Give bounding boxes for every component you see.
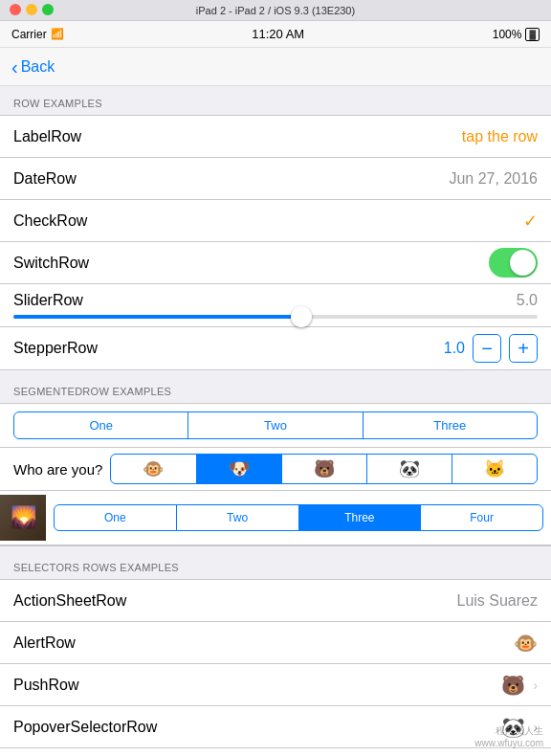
time-label: 11:20 AM	[252, 27, 304, 41]
seg4-item-three[interactable]: Three	[299, 505, 422, 530]
minimize-button[interactable]	[26, 4, 37, 15]
stepper-row-label: StepperRow	[13, 340, 98, 357]
seg4-item-two[interactable]: Two	[177, 505, 299, 530]
slider-row-label: SliderRow	[13, 292, 83, 309]
image-row[interactable]: ImageRow	[0, 748, 551, 756]
slider-top: SliderRow 5.0	[13, 292, 538, 309]
who-label: Who are you?	[13, 461, 102, 478]
stepper-decrement-button[interactable]: −	[473, 334, 501, 363]
segmented-row-1: One Two Three	[0, 404, 551, 448]
back-label: Back	[21, 58, 55, 76]
emoji-item-1[interactable]: 🐶	[197, 455, 282, 483]
slider-row[interactable]: SliderRow 5.0	[0, 284, 551, 327]
back-chevron-icon: ‹	[11, 57, 18, 77]
label-row-label: LabelRow	[13, 128, 81, 145]
carrier-label: Carrier	[11, 28, 47, 41]
selectors-examples-table: ActionSheetRow Luis Suarez AlertRow 🐵 Pu…	[0, 579, 551, 756]
seg1-item-three[interactable]: Three	[364, 412, 537, 438]
push-row[interactable]: PushRow 🐻 ›	[0, 664, 551, 706]
switch-thumb	[510, 250, 536, 276]
battery-label: 100%	[493, 28, 522, 41]
window-title: iPad 2 - iPad 2 / iOS 9.3 (13E230)	[196, 5, 355, 16]
check-row-checkmark: ✓	[523, 211, 538, 232]
stepper-control: 1.0 − +	[436, 334, 538, 363]
status-right: 100% ▓	[493, 28, 540, 41]
switch-control[interactable]	[489, 248, 538, 278]
maximize-button[interactable]	[42, 4, 54, 15]
status-bar: Carrier 📶 11:20 AM 100% ▓	[0, 21, 551, 48]
check-row[interactable]: CheckRow ✓	[0, 200, 551, 242]
close-button[interactable]	[10, 4, 21, 15]
check-row-label: CheckRow	[13, 212, 87, 230]
date-row-label: DateRow	[13, 170, 77, 188]
segmented-control-1: One Two Three	[13, 411, 538, 439]
action-sheet-row-label: ActionSheetRow	[13, 592, 126, 610]
emoji-segmented-control: 🐵 🐶 🐻 🐼 🐱	[110, 454, 538, 484]
window-controls	[10, 4, 54, 15]
push-row-chevron-icon: ›	[533, 678, 538, 693]
label-row[interactable]: LabelRow tap the row	[0, 116, 551, 158]
row-examples-table: LabelRow tap the row DateRow Jun 27, 201…	[0, 115, 551, 370]
push-row-value: 🐻	[501, 674, 525, 697]
image-seg-row: 🌄 One Two Three Four	[0, 491, 551, 545]
who-are-you-row: Who are you? 🐵 🐶 🐻 🐼 🐱	[0, 448, 551, 491]
watermark: 程序员人生 www.wfuyu.com	[474, 724, 543, 748]
alert-row-value: 🐵	[514, 632, 538, 655]
wifi-icon: 📶	[51, 28, 64, 40]
nav-bar: ‹ Back	[0, 48, 551, 86]
segmented-examples-header: SEGMENTEDROW EXAMPLES	[0, 374, 551, 403]
action-sheet-row[interactable]: ActionSheetRow Luis Suarez	[0, 580, 551, 622]
title-bar: iPad 2 - iPad 2 / iOS 9.3 (13E230)	[0, 0, 551, 21]
date-row-value: Jun 27, 2016	[449, 170, 538, 188]
switch-row-label: SwitchRow	[13, 255, 89, 272]
row-image: 🌄	[0, 495, 46, 541]
slider-row-value: 5.0	[517, 292, 538, 309]
stepper-value: 1.0	[436, 340, 465, 357]
slider-fill	[13, 315, 301, 319]
emoji-item-4[interactable]: 🐱	[452, 455, 537, 483]
row-examples-header: ROW EXAMPLES	[0, 86, 551, 115]
push-row-right: 🐻 ›	[501, 674, 538, 697]
emoji-item-3[interactable]: 🐼	[367, 455, 452, 483]
alert-row-label: AlertRow	[13, 634, 76, 652]
image-seg-inner: One Two Three Four	[46, 500, 551, 535]
alert-row[interactable]: AlertRow 🐵	[0, 622, 551, 664]
date-row[interactable]: DateRow Jun 27, 2016	[0, 158, 551, 200]
switch-row[interactable]: SwitchRow	[0, 242, 551, 284]
slider-track[interactable]	[13, 315, 538, 319]
seg4-item-four[interactable]: Four	[421, 505, 542, 530]
selectors-examples-header: SELECTORS ROWS EXAMPLES	[0, 550, 551, 579]
seg1-item-one[interactable]: One	[14, 412, 188, 438]
segmented-control-4: One Two Three Four	[54, 504, 543, 531]
segmented-examples-table: One Two Three Who are you? 🐵 🐶 🐻 🐼 🐱 🌄 O…	[0, 403, 551, 546]
push-row-label: PushRow	[13, 677, 78, 694]
seg1-item-two[interactable]: Two	[188, 412, 363, 438]
slider-thumb[interactable]	[291, 306, 312, 327]
watermark-line2: www.wfuyu.com	[474, 738, 543, 748]
stepper-row[interactable]: StepperRow 1.0 − +	[0, 327, 551, 369]
popover-row-label: PopoverSelectorRow	[13, 719, 157, 736]
status-left: Carrier 📶	[11, 28, 64, 41]
back-button[interactable]: ‹ Back	[11, 57, 55, 77]
emoji-item-0[interactable]: 🐵	[111, 455, 196, 483]
watermark-line1: 程序员人生	[474, 724, 543, 738]
action-sheet-row-value: Luis Suarez	[457, 592, 539, 610]
label-row-value: tap the row	[462, 128, 538, 145]
seg4-item-one[interactable]: One	[55, 505, 177, 530]
stepper-increment-button[interactable]: +	[509, 334, 538, 363]
emoji-item-2[interactable]: 🐻	[282, 455, 367, 483]
popover-selector-row[interactable]: PopoverSelectorRow 🐼 ›	[0, 706, 551, 748]
battery-icon: ▓	[525, 28, 540, 41]
